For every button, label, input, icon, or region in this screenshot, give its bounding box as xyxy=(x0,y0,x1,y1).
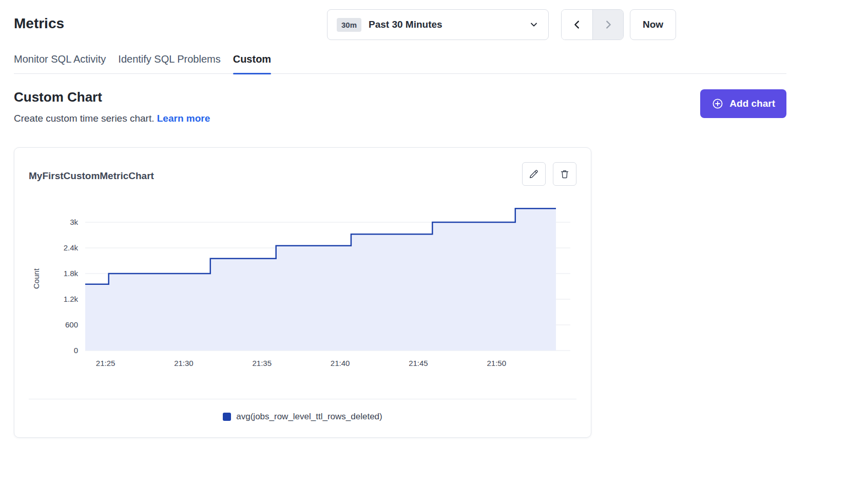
svg-text:3k: 3k xyxy=(70,218,78,226)
svg-text:21:40: 21:40 xyxy=(331,359,350,367)
next-time-button[interactable] xyxy=(592,10,623,40)
subtitle-text: Create custom time series chart. xyxy=(14,113,154,124)
top-bar: Metrics 30m Past 30 Minutes xyxy=(14,0,786,46)
time-nav-group xyxy=(561,9,624,40)
chevron-down-icon xyxy=(529,20,539,30)
chart-card-actions xyxy=(522,162,576,186)
custom-chart-header: Custom Chart Create custom time series c… xyxy=(14,89,786,124)
svg-text:0: 0 xyxy=(74,346,78,355)
delete-chart-button[interactable] xyxy=(553,162,576,186)
time-range-badge: 30m xyxy=(337,18,361,32)
svg-text:21:45: 21:45 xyxy=(409,359,428,367)
metrics-page: Metrics 30m Past 30 Minutes xyxy=(14,0,786,438)
trash-icon xyxy=(559,168,570,180)
add-chart-label: Add chart xyxy=(729,98,775,109)
tab-identify-sql-problems[interactable]: Identify SQL Problems xyxy=(118,53,220,73)
tab-monitor-sql-activity[interactable]: Monitor SQL Activity xyxy=(14,53,106,73)
pencil-icon xyxy=(528,168,540,180)
page-title: Metrics xyxy=(14,15,64,32)
svg-text:21:35: 21:35 xyxy=(252,359,272,367)
svg-text:21:25: 21:25 xyxy=(96,359,116,367)
svg-text:2.4k: 2.4k xyxy=(64,243,79,252)
svg-text:600: 600 xyxy=(65,320,78,329)
legend-divider xyxy=(29,399,576,399)
chart-legend: avg(jobs_row_level_ttl_rows_deleted) xyxy=(29,412,576,426)
now-button[interactable]: Now xyxy=(630,9,676,40)
custom-chart-subtitle: Create custom time series chart. Learn m… xyxy=(14,113,210,124)
svg-text:21:50: 21:50 xyxy=(487,359,506,367)
chevron-right-icon xyxy=(603,19,614,30)
metrics-tabs: Monitor SQL Activity Identify SQL Proble… xyxy=(14,53,786,74)
time-controls: 30m Past 30 Minutes Now xyxy=(327,9,676,40)
custom-metric-chart-card: MyFirstCustomMetricChart 06001.2k1.8k2.4… xyxy=(14,147,591,438)
previous-time-button[interactable] xyxy=(562,10,592,40)
svg-text:1.8k: 1.8k xyxy=(64,269,79,278)
add-chart-button[interactable]: Add chart xyxy=(700,89,786,118)
time-range-label: Past 30 Minutes xyxy=(369,19,529,30)
custom-chart-intro: Custom Chart Create custom time series c… xyxy=(14,89,210,124)
custom-chart-title: Custom Chart xyxy=(14,89,210,105)
svg-text:1.2k: 1.2k xyxy=(64,295,79,303)
legend-swatch xyxy=(223,413,231,421)
time-range-dropdown[interactable]: 30m Past 30 Minutes xyxy=(327,9,549,40)
chevron-left-icon xyxy=(571,19,583,30)
time-series-plot: 06001.2k1.8k2.4k3k21:2521:3021:3521:4021… xyxy=(29,199,578,376)
learn-more-link[interactable]: Learn more xyxy=(157,113,210,124)
legend-series-label: avg(jobs_row_level_ttl_rows_deleted) xyxy=(236,412,382,422)
plus-circle-icon xyxy=(711,98,724,110)
custom-metric-chart[interactable]: 06001.2k1.8k2.4k3k21:2521:3021:3521:4021… xyxy=(29,199,576,376)
svg-text:21:30: 21:30 xyxy=(174,359,194,367)
chart-card-title: MyFirstCustomMetricChart xyxy=(29,170,154,182)
edit-chart-button[interactable] xyxy=(522,162,546,186)
y-axis-label: Count xyxy=(32,268,41,289)
chart-card-header: MyFirstCustomMetricChart xyxy=(29,162,576,186)
tab-custom[interactable]: Custom xyxy=(233,53,271,73)
